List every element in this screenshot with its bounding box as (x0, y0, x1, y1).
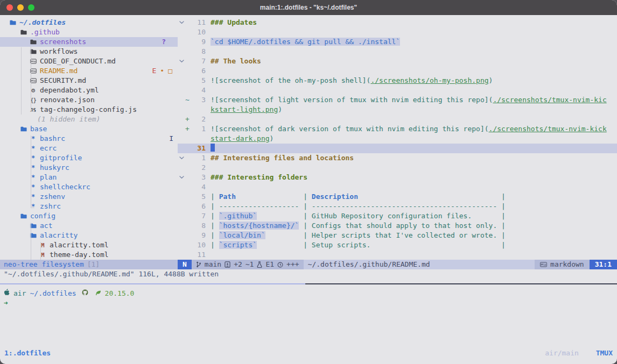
fold-marker[interactable] (178, 18, 185, 27)
zoom-button[interactable] (28, 4, 34, 11)
editor-line[interactable]: 5| Path | Description | (178, 192, 617, 202)
tree-item[interactable]: screenshots? (0, 37, 178, 47)
editor-line[interactable]: ~3![screenshot of light version of tmux … (178, 95, 617, 105)
editor-line[interactable]: 6| ------------------- | ---------------… (178, 202, 617, 211)
tree-item[interactable]: *zshrc (0, 202, 178, 211)
pane-separator-active (0, 283, 305, 284)
git-status-marks: E•□ (152, 66, 172, 76)
gutter-sign: ~ (185, 95, 191, 105)
editor-line[interactable]: 3### Interesting folders (178, 173, 617, 182)
fold-marker[interactable] (178, 173, 185, 182)
tree-item[interactable]: ⚙dependabot.yml (0, 85, 178, 95)
tree-item[interactable]: SECURITY.md (0, 76, 178, 85)
tree-item[interactable]: README.mdE•□ (0, 66, 178, 76)
editor-line[interactable]: 10| `scripts` | Setup scripts. | (178, 240, 617, 250)
tree-item[interactable]: base (0, 124, 178, 134)
syntax-segment: Configs that should apply to that host o… (312, 222, 497, 230)
tree-item[interactable]: *shellcheckrc (0, 182, 178, 192)
close-button[interactable] (6, 4, 13, 11)
fold-marker (178, 124, 185, 134)
fold-marker (178, 27, 185, 37)
minimize-button[interactable] (17, 4, 24, 11)
editor-line[interactable]: 7## The looks (178, 56, 617, 66)
editor-line[interactable]: 6 (178, 66, 617, 76)
tree-item[interactable]: *huskyrc (0, 163, 178, 173)
mdfile-icon (29, 56, 37, 66)
tree-item[interactable]: CODE_OF_CONDUCT.md (0, 56, 178, 66)
tree-item[interactable]: config (0, 211, 178, 221)
tmux-window-tab[interactable]: 1:.dotfiles (4, 348, 51, 358)
gutter-sign: + (185, 115, 191, 124)
tree-item[interactable]: JStag-changelog-config.js (0, 105, 178, 115)
editor-line[interactable]: 8| `hosts/{hostname}/` | Configs that sh… (178, 221, 617, 231)
tree-item-label: huskyrc (40, 163, 69, 172)
editor-line[interactable]: 7| `.github` | GitHub Repository configu… (178, 211, 617, 221)
gutter-sign (185, 173, 191, 182)
statusline-filepath: ~/.dotfiles/.github/README.md (304, 260, 535, 269)
editor-line[interactable]: 4 (178, 182, 617, 192)
line-text: ## The looks (211, 56, 261, 66)
editor-line[interactable]: 10 (178, 27, 617, 37)
tree-item[interactable]: alacritty (0, 231, 178, 240)
ast-icon: * (29, 134, 37, 144)
editor-line[interactable]: start-dark.png) (178, 134, 617, 144)
editor-line[interactable]: +1![screenshot of dark version of tmux w… (178, 124, 617, 134)
tree-item[interactable]: Mtheme-day.toml (0, 250, 178, 260)
editor-line[interactable]: 11### Updates (178, 18, 617, 27)
editor-line[interactable]: kstart-light.png) (178, 105, 617, 115)
editor-buffer[interactable]: 11### Updates109`cd $HOME/.dotfiles && g… (178, 15, 617, 260)
syntax-segment: ) (278, 105, 282, 113)
lines-added: +2 (234, 260, 242, 269)
folder-icon (29, 47, 37, 56)
gutter-sign (185, 76, 191, 85)
editor-line[interactable]: 8 (178, 47, 617, 56)
fold-marker (178, 66, 185, 76)
git-status-mark: E (152, 66, 157, 76)
syntax-segment: ) (270, 134, 274, 142)
neotree-sidebar[interactable]: ~/.dotfiles.githubscreenshots?workflowsC… (0, 15, 178, 260)
history-icon (277, 262, 283, 268)
editor-line[interactable]: 31 (178, 144, 617, 153)
editor-line[interactable]: 4 (178, 85, 617, 95)
editor-line[interactable]: 2 (178, 163, 617, 173)
tree-item[interactable]: *gitprofile (0, 153, 178, 163)
gutter-sign (185, 221, 191, 231)
folder-icon (19, 211, 27, 221)
traffic-lights (6, 4, 34, 11)
line-number: 7 (191, 211, 206, 221)
tree-item[interactable]: *ecrc (0, 144, 178, 153)
fold-marker[interactable] (178, 56, 185, 66)
fold-marker (178, 202, 185, 211)
tree-item[interactable]: .github (0, 27, 178, 37)
gutter-sign (185, 105, 191, 115)
folder-icon (29, 231, 37, 240)
tree-item[interactable]: ~/.dotfiles (0, 18, 178, 27)
tree-item-label: (1 hidden item) (37, 115, 100, 123)
fold-marker[interactable] (178, 153, 185, 163)
shell-prompt[interactable]: air ~/.dotfiles 20.15.0 ➜ (0, 289, 617, 308)
editor-line[interactable]: 9`cd $HOME/.dotfiles && git pull && ./in… (178, 37, 617, 47)
editor-line[interactable]: 1## Interesting files and locations (178, 153, 617, 163)
syntax-segment: Path (219, 192, 236, 201)
syntax-segment: | (358, 192, 506, 201)
tree-item[interactable]: act (0, 221, 178, 231)
tree-item[interactable]: *zshenv (0, 192, 178, 202)
tree-item[interactable]: *bashrcI (0, 134, 178, 144)
editor-line[interactable]: 9| `local/bin` | Helper scripts that I'v… (178, 231, 617, 240)
syntax-segment: Helper scripts that I've collected or wr… (312, 231, 497, 239)
tree-item[interactable]: (1 hidden item) (0, 115, 178, 124)
tree-item[interactable]: Malacritty.toml (0, 240, 178, 250)
editor-line[interactable]: 5![screenshot of the oh-my-posh shell](.… (178, 76, 617, 85)
tree-item[interactable]: *plan (0, 173, 178, 182)
syntax-segment: Description (312, 192, 358, 201)
fold-marker (178, 76, 185, 85)
gutter-sign (185, 192, 191, 202)
tree-item[interactable]: workflows (0, 47, 178, 56)
line-number: 1 (191, 124, 206, 134)
fold-marker (178, 182, 185, 192)
tree-item[interactable]: {}renovate.json (0, 95, 178, 105)
line-number: 31 (191, 144, 206, 153)
filetype-label: markdown (550, 260, 584, 269)
editor-line[interactable]: 11 (178, 250, 617, 260)
editor-line[interactable]: +2 (178, 115, 617, 124)
